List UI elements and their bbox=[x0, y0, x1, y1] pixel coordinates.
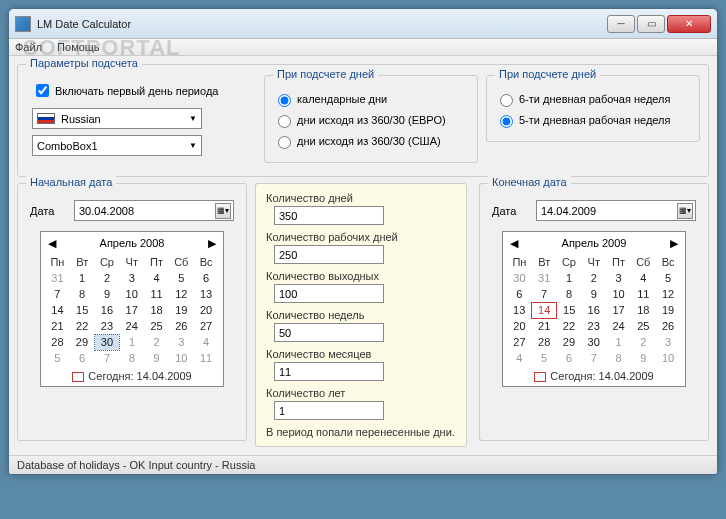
calendar-day[interactable]: 16 bbox=[95, 302, 120, 318]
calendar-day[interactable]: 20 bbox=[194, 302, 219, 318]
calendar-day[interactable]: 4 bbox=[144, 270, 169, 286]
calendar-day[interactable]: 1 bbox=[119, 334, 144, 350]
calendar-day[interactable]: 21 bbox=[45, 318, 70, 334]
radio-six-day[interactable] bbox=[500, 94, 513, 107]
calendar-day[interactable]: 17 bbox=[606, 302, 631, 318]
calendar-day[interactable]: 25 bbox=[144, 318, 169, 334]
calendar-day[interactable]: 27 bbox=[507, 334, 532, 350]
calendar-day[interactable]: 4 bbox=[631, 270, 656, 286]
calendar-day[interactable]: 24 bbox=[606, 318, 631, 334]
calendar-day[interactable]: 4 bbox=[194, 334, 219, 350]
calendar-day[interactable]: 26 bbox=[656, 318, 681, 334]
calendar-day[interactable]: 14 bbox=[45, 302, 70, 318]
calendar-day[interactable]: 28 bbox=[532, 334, 557, 350]
calendar-day[interactable]: 3 bbox=[656, 334, 681, 350]
weeks-input[interactable] bbox=[274, 323, 384, 342]
prev-month-button[interactable]: ◀ bbox=[507, 236, 521, 250]
calendar-day[interactable]: 17 bbox=[119, 302, 144, 318]
calendar-day[interactable]: 11 bbox=[144, 286, 169, 302]
calendar-day[interactable]: 4 bbox=[507, 350, 532, 366]
calendar-day[interactable]: 3 bbox=[606, 270, 631, 286]
radio-five-day[interactable] bbox=[500, 115, 513, 128]
calendar-day[interactable]: 8 bbox=[70, 286, 95, 302]
calendar-day[interactable]: 2 bbox=[581, 270, 606, 286]
calendar-day[interactable]: 11 bbox=[631, 286, 656, 302]
radio-euro[interactable] bbox=[278, 115, 291, 128]
calendar-day[interactable]: 2 bbox=[631, 334, 656, 350]
calendar-day[interactable]: 5 bbox=[45, 350, 70, 366]
end-calendar[interactable]: ◀ Апрель 2009 ▶ ПнВтСрЧтПтСбВс3031123456… bbox=[502, 231, 686, 387]
calendar-day[interactable]: 28 bbox=[45, 334, 70, 350]
calendar-day[interactable]: 19 bbox=[169, 302, 194, 318]
calendar-day[interactable]: 10 bbox=[169, 350, 194, 366]
calendar-day[interactable]: 10 bbox=[119, 286, 144, 302]
calendar-day[interactable]: 24 bbox=[119, 318, 144, 334]
calendar-day[interactable]: 27 bbox=[194, 318, 219, 334]
end-date-picker[interactable]: 14.04.2009 ▦▾ bbox=[536, 200, 696, 221]
close-button[interactable]: ✕ bbox=[667, 15, 711, 33]
calendar-day[interactable]: 1 bbox=[70, 270, 95, 286]
calendar-day[interactable]: 12 bbox=[169, 286, 194, 302]
calendar-day[interactable]: 5 bbox=[656, 270, 681, 286]
calendar-dropdown-icon[interactable]: ▦▾ bbox=[215, 203, 231, 219]
calendar-day[interactable]: 14 bbox=[532, 302, 557, 318]
calendar-day[interactable]: 6 bbox=[194, 270, 219, 286]
calendar-day[interactable]: 1 bbox=[606, 334, 631, 350]
next-month-button[interactable]: ▶ bbox=[205, 236, 219, 250]
calendar-day[interactable]: 9 bbox=[95, 286, 120, 302]
calendar-day[interactable]: 15 bbox=[557, 302, 582, 318]
calendar-dropdown-icon[interactable]: ▦▾ bbox=[677, 203, 693, 219]
calendar-day[interactable]: 30 bbox=[507, 270, 532, 286]
calendar-day[interactable]: 8 bbox=[119, 350, 144, 366]
prev-month-button[interactable]: ◀ bbox=[45, 236, 59, 250]
start-date-picker[interactable]: 30.04.2008 ▦▾ bbox=[74, 200, 234, 221]
calendar-day[interactable]: 13 bbox=[194, 286, 219, 302]
calendar-day[interactable]: 29 bbox=[557, 334, 582, 350]
weekends-input[interactable] bbox=[274, 284, 384, 303]
calendar-day[interactable]: 5 bbox=[532, 350, 557, 366]
radio-calendar-days[interactable] bbox=[278, 94, 291, 107]
calendar-day[interactable]: 9 bbox=[144, 350, 169, 366]
end-today-link[interactable]: Сегодня: 14.04.2009 bbox=[507, 370, 681, 382]
calendar-day[interactable]: 10 bbox=[606, 286, 631, 302]
calendar-day[interactable]: 3 bbox=[169, 334, 194, 350]
combobox1[interactable]: ComboBox1 bbox=[32, 135, 202, 156]
calendar-day[interactable]: 6 bbox=[507, 286, 532, 302]
calendar-day[interactable]: 23 bbox=[95, 318, 120, 334]
calendar-day[interactable]: 8 bbox=[606, 350, 631, 366]
next-month-button[interactable]: ▶ bbox=[667, 236, 681, 250]
workdays-input[interactable] bbox=[274, 245, 384, 264]
maximize-button[interactable]: ▭ bbox=[637, 15, 665, 33]
calendar-day[interactable]: 31 bbox=[532, 270, 557, 286]
calendar-day[interactable]: 30 bbox=[581, 334, 606, 350]
calendar-day[interactable]: 7 bbox=[95, 350, 120, 366]
calendar-day[interactable]: 2 bbox=[144, 334, 169, 350]
calendar-day[interactable]: 30 bbox=[95, 334, 120, 350]
calendar-day[interactable]: 23 bbox=[581, 318, 606, 334]
calendar-day[interactable]: 13 bbox=[507, 302, 532, 318]
calendar-day[interactable]: 22 bbox=[557, 318, 582, 334]
calendar-day[interactable]: 2 bbox=[95, 270, 120, 286]
start-today-link[interactable]: Сегодня: 14.04.2009 bbox=[45, 370, 219, 382]
calendar-day[interactable]: 7 bbox=[581, 350, 606, 366]
calendar-day[interactable]: 8 bbox=[557, 286, 582, 302]
years-input[interactable] bbox=[274, 401, 384, 420]
calendar-day[interactable]: 18 bbox=[631, 302, 656, 318]
calendar-day[interactable]: 22 bbox=[70, 318, 95, 334]
language-combobox[interactable]: Russian bbox=[32, 108, 202, 129]
calendar-day[interactable]: 20 bbox=[507, 318, 532, 334]
menu-help[interactable]: Помощь bbox=[57, 41, 100, 53]
calendar-day[interactable]: 3 bbox=[119, 270, 144, 286]
calendar-day[interactable]: 10 bbox=[656, 350, 681, 366]
days-input[interactable] bbox=[274, 206, 384, 225]
calendar-day[interactable]: 15 bbox=[70, 302, 95, 318]
calendar-day[interactable]: 19 bbox=[656, 302, 681, 318]
calendar-day[interactable]: 7 bbox=[532, 286, 557, 302]
include-first-day-checkbox[interactable] bbox=[36, 84, 49, 97]
calendar-day[interactable]: 7 bbox=[45, 286, 70, 302]
calendar-day[interactable]: 31 bbox=[45, 270, 70, 286]
calendar-day[interactable]: 26 bbox=[169, 318, 194, 334]
start-calendar[interactable]: ◀ Апрель 2008 ▶ ПнВтСрЧтПтСбВс3112345678… bbox=[40, 231, 224, 387]
menu-file[interactable]: Файл bbox=[15, 41, 42, 53]
calendar-day[interactable]: 9 bbox=[581, 286, 606, 302]
